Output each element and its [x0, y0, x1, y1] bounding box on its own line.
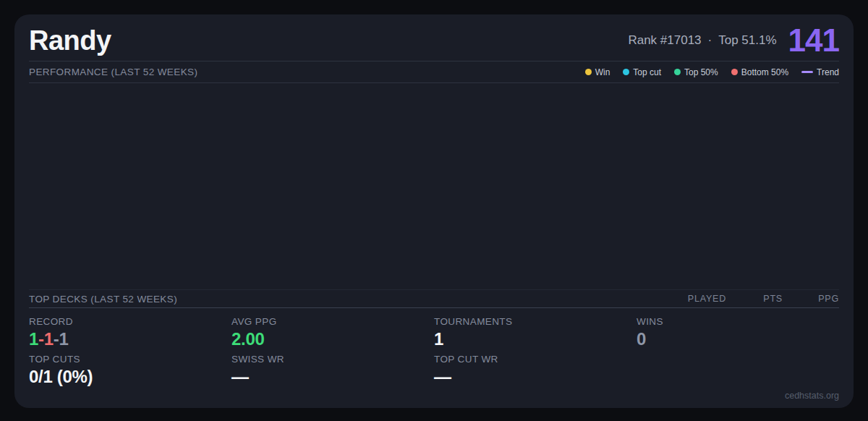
- swiss-wr-value: —: [231, 366, 434, 388]
- wins-value: 0: [637, 328, 839, 350]
- player-stats-card: Randy Rank #17013 · Top 51.1% 141 PERFOR…: [14, 14, 854, 408]
- separator-dot: ·: [708, 33, 712, 48]
- legend-label: Top cut: [633, 67, 661, 77]
- stats-grid: RECORD 1-1-1 TOP CUTS 0/1 (0%) AVG PPG 2…: [29, 308, 839, 391]
- stat-label: WINS: [637, 315, 839, 328]
- record-wins: 1: [29, 329, 38, 349]
- legend-label: Win: [595, 67, 610, 77]
- stat-label: AVG PPG: [231, 315, 434, 328]
- legend-item-top50: Top 50%: [674, 67, 718, 77]
- trend-line-icon: [801, 71, 813, 73]
- top-cuts-value: 0/1 (0%): [29, 366, 231, 388]
- legend-label: Trend: [817, 67, 839, 77]
- stat-label: TOURNAMENTS: [434, 315, 637, 328]
- top50-dot-icon: [674, 69, 681, 75]
- legend-label: Top 50%: [684, 67, 718, 77]
- tournaments-value: 1: [434, 328, 637, 350]
- card-header: Randy Rank #17013 · Top 51.1% 141: [29, 14, 839, 61]
- legend-item-top-cut: Top cut: [623, 67, 661, 77]
- record-dash: -: [54, 329, 59, 349]
- performance-title: PERFORMANCE (LAST 52 WEEKS): [29, 67, 197, 77]
- column-header-played: PLAYED: [670, 294, 726, 304]
- stat-record: RECORD 1-1-1 TOP CUTS 0/1 (0%): [29, 315, 231, 391]
- win-dot-icon: [585, 69, 592, 75]
- rank-line: Rank #17013 · Top 51.1%: [628, 33, 776, 48]
- deck-table-columns: PLAYED PTS PPG: [670, 294, 839, 304]
- points-value: 141: [788, 25, 839, 56]
- chart-legend: Win Top cut Top 50% Bottom 50% Trend: [585, 67, 839, 77]
- bottom50-dot-icon: [731, 69, 738, 75]
- rank-text: Rank #17013: [628, 33, 701, 48]
- stat-avg-ppg: AVG PPG 2.00 SWISS WR —: [231, 315, 434, 391]
- top-decks-section-header: TOP DECKS (LAST 52 WEEKS) PLAYED PTS PPG: [29, 290, 839, 308]
- top-cut-wr-value: —: [434, 366, 637, 388]
- stat-tournaments: TOURNAMENTS 1 TOP CUT WR —: [434, 315, 637, 391]
- record-value: 1-1-1: [29, 328, 231, 350]
- legend-item-win: Win: [585, 67, 610, 77]
- stat-label: TOP CUT WR: [434, 353, 637, 366]
- legend-item-trend: Trend: [801, 67, 839, 77]
- stat-wins: WINS 0: [637, 315, 839, 391]
- stat-label: TOP CUTS: [29, 353, 231, 366]
- top-percent-text: Top 51.1%: [718, 33, 776, 48]
- stat-label: SWISS WR: [231, 353, 434, 366]
- record-draws: 1: [59, 329, 69, 349]
- performance-section-header: PERFORMANCE (LAST 52 WEEKS) Win Top cut …: [29, 61, 839, 83]
- top-decks-title: TOP DECKS (LAST 52 WEEKS): [29, 294, 177, 305]
- legend-label: Bottom 50%: [741, 67, 788, 77]
- watermark: cedhstats.org: [29, 391, 839, 408]
- header-right: Rank #17013 · Top 51.1% 141: [628, 25, 839, 56]
- legend-item-bottom50: Bottom 50%: [731, 67, 788, 77]
- record-dash: -: [38, 329, 44, 349]
- performance-chart-area: [29, 83, 839, 290]
- column-header-pts: PTS: [726, 294, 783, 304]
- top-cut-dot-icon: [623, 69, 629, 75]
- record-losses: 1: [44, 329, 54, 349]
- stat-label: RECORD: [29, 315, 231, 328]
- player-name: Randy: [29, 25, 111, 56]
- column-header-ppg: PPG: [783, 294, 839, 304]
- avg-ppg-value: 2.00: [231, 328, 434, 350]
